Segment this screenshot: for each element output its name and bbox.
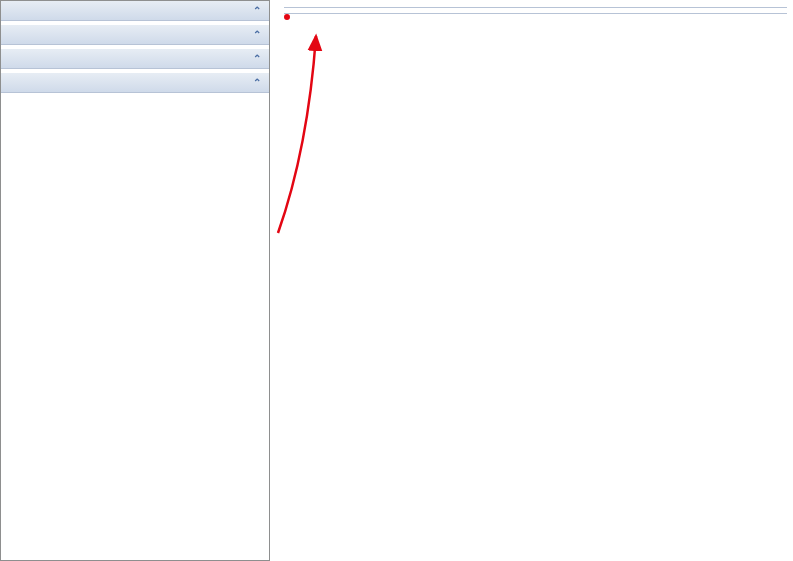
naming-header bbox=[284, 8, 787, 14]
group-header-system[interactable]: ⌃ bbox=[1, 25, 269, 45]
highlight-frame bbox=[284, 14, 290, 20]
main-panel bbox=[270, 0, 793, 561]
group-header-description[interactable]: ⌃ bbox=[1, 1, 269, 21]
group-header-codemetrics[interactable]: ⌃ bbox=[1, 73, 269, 93]
chevron-up-icon: ⌃ bbox=[253, 77, 261, 88]
chevron-up-icon: ⌃ bbox=[253, 53, 261, 64]
group-items-codemetrics bbox=[1, 93, 269, 97]
group-header-codereview[interactable]: ⌃ bbox=[1, 49, 269, 69]
sidebar: ⌃ ⌃ ⌃ ⌃ bbox=[0, 0, 270, 561]
chevron-up-icon: ⌃ bbox=[253, 5, 261, 16]
chevron-up-icon: ⌃ bbox=[253, 29, 261, 40]
